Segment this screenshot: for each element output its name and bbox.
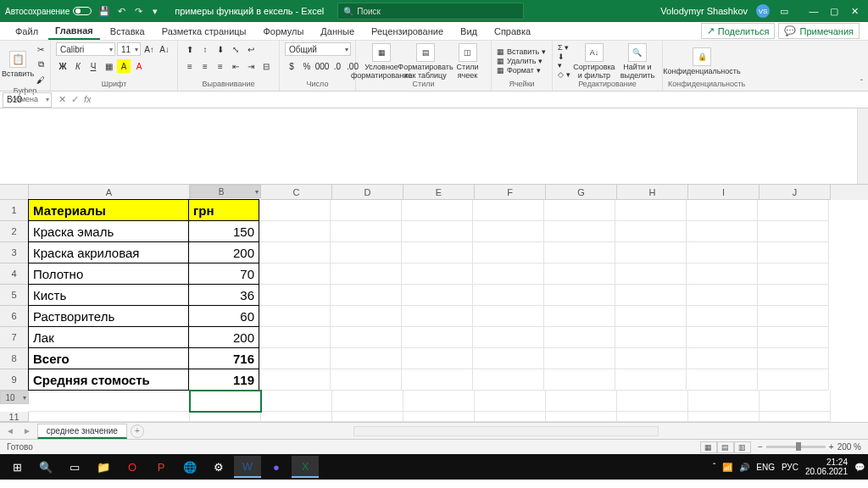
- cell[interactable]: [331, 263, 402, 285]
- cell[interactable]: [402, 306, 473, 327]
- cell[interactable]: [331, 327, 402, 348]
- system-tray[interactable]: ˆ 📶 🔊 ENG РУС 21:2420.06.2021 💬: [713, 458, 865, 476]
- cell[interactable]: [687, 348, 758, 369]
- cell[interactable]: Краска эмаль: [28, 220, 189, 242]
- explorer-icon[interactable]: 📁: [90, 456, 117, 478]
- copy-icon[interactable]: ⧉: [34, 58, 47, 71]
- cell[interactable]: [402, 242, 473, 263]
- enter-fx-icon[interactable]: ✓: [71, 94, 79, 105]
- share-button[interactable]: ↗ Поделиться: [701, 23, 776, 39]
- sheet-nav-prev[interactable]: ◄: [3, 426, 17, 435]
- tab-справка[interactable]: Справка: [487, 24, 537, 39]
- cell[interactable]: [617, 391, 688, 412]
- ribbon-display-icon[interactable]: ▭: [778, 5, 790, 17]
- cell[interactable]: [544, 348, 615, 369]
- number-format-select[interactable]: Общий: [285, 42, 351, 56]
- row-header[interactable]: 7: [0, 327, 29, 348]
- cell[interactable]: [29, 391, 190, 412]
- cell[interactable]: [331, 221, 402, 242]
- fill-button[interactable]: ⬇ ▾: [558, 53, 570, 69]
- align-left-icon[interactable]: ≡: [183, 59, 197, 73]
- cell[interactable]: [615, 369, 687, 391]
- zoom-control[interactable]: −+ 200 %: [758, 442, 861, 452]
- powerpoint-icon[interactable]: P: [147, 456, 175, 478]
- cell[interactable]: [331, 306, 402, 327]
- cell[interactable]: [261, 391, 332, 412]
- minimize-button[interactable]: —: [805, 3, 822, 19]
- tab-файл[interactable]: Файл: [8, 24, 45, 39]
- cell[interactable]: [687, 242, 758, 263]
- align-bottom-icon[interactable]: ⬇: [214, 42, 227, 56]
- comments-button[interactable]: 💬 Примечания: [778, 23, 860, 39]
- cell[interactable]: [190, 391, 261, 412]
- tab-формулы[interactable]: Формулы: [256, 24, 310, 39]
- cell[interactable]: 150: [188, 220, 259, 242]
- cell[interactable]: грн: [188, 199, 259, 221]
- formula-input[interactable]: [98, 92, 868, 108]
- add-sheet-button[interactable]: +: [131, 424, 144, 438]
- cell[interactable]: [687, 369, 758, 391]
- cell[interactable]: [473, 348, 544, 369]
- cell[interactable]: [544, 242, 615, 263]
- save-icon[interactable]: 💾: [98, 5, 110, 17]
- row-header[interactable]: 2: [0, 221, 29, 242]
- fill-color-button[interactable]: A: [117, 59, 131, 73]
- column-header[interactable]: J: [760, 185, 831, 200]
- column-header[interactable]: A: [29, 185, 190, 200]
- align-top-icon[interactable]: ⬆: [183, 42, 197, 56]
- tab-вставка[interactable]: Вставка: [103, 24, 152, 39]
- cell[interactable]: [403, 412, 475, 422]
- currency-icon[interactable]: $: [285, 59, 298, 73]
- cell[interactable]: [331, 242, 402, 263]
- cell[interactable]: [473, 369, 544, 391]
- row-header[interactable]: 6: [0, 306, 29, 327]
- cell[interactable]: [615, 200, 687, 221]
- row-header[interactable]: 8: [0, 348, 29, 369]
- cell[interactable]: [688, 412, 760, 422]
- view-buttons[interactable]: ▦▤▥: [700, 441, 751, 453]
- cancel-fx-icon[interactable]: ✕: [58, 94, 66, 105]
- cell[interactable]: [259, 221, 331, 242]
- cell[interactable]: Лак: [28, 326, 189, 348]
- format-painter-icon[interactable]: 🖌: [34, 73, 47, 86]
- font-size-select[interactable]: 11: [117, 42, 141, 56]
- horizontal-scroll[interactable]: [147, 426, 865, 436]
- indent-inc-icon[interactable]: ⇥: [244, 59, 258, 73]
- increase-font-icon[interactable]: A↑: [142, 42, 156, 56]
- align-middle-icon[interactable]: ↕: [198, 42, 212, 56]
- indent-dec-icon[interactable]: ⇤: [229, 59, 242, 73]
- task-view-icon[interactable]: ▭: [61, 456, 88, 478]
- row-header[interactable]: 11: [0, 412, 29, 422]
- cell-styles-button[interactable]: ◫Стили ячеек: [449, 43, 486, 80]
- cell[interactable]: [259, 285, 331, 306]
- cell[interactable]: [758, 200, 829, 221]
- cell[interactable]: [473, 285, 544, 306]
- row-header[interactable]: 9: [0, 369, 29, 391]
- font-color-button[interactable]: A: [132, 59, 146, 73]
- clear-button[interactable]: ◇ ▾: [558, 70, 570, 79]
- delete-cells-button[interactable]: ▦ Удалить ▾: [497, 57, 546, 65]
- cell[interactable]: [331, 285, 402, 306]
- taskbar-search-icon[interactable]: 🔍: [32, 456, 59, 478]
- cell[interactable]: [259, 348, 331, 369]
- align-center-icon[interactable]: ≡: [198, 59, 212, 73]
- cell[interactable]: [259, 242, 331, 263]
- cell[interactable]: [259, 327, 331, 348]
- cell[interactable]: 200: [188, 326, 259, 348]
- word-icon[interactable]: W: [234, 456, 261, 478]
- column-header[interactable]: F: [475, 185, 546, 200]
- chrome-icon[interactable]: 🌐: [176, 456, 203, 478]
- cell[interactable]: [402, 369, 473, 391]
- column-header[interactable]: E: [403, 185, 475, 200]
- conditional-format-button[interactable]: ▦Условное форматирование: [361, 43, 402, 80]
- orientation-icon[interactable]: ⤡: [229, 42, 242, 56]
- cell[interactable]: [687, 285, 758, 306]
- font-name-select[interactable]: Calibri: [56, 42, 115, 56]
- cell[interactable]: [758, 306, 829, 327]
- cell[interactable]: [473, 242, 544, 263]
- cell[interactable]: [259, 200, 331, 221]
- cell[interactable]: [473, 221, 544, 242]
- wrap-text-icon[interactable]: ↩: [244, 42, 258, 56]
- cell[interactable]: [331, 200, 402, 221]
- cell[interactable]: [473, 200, 544, 221]
